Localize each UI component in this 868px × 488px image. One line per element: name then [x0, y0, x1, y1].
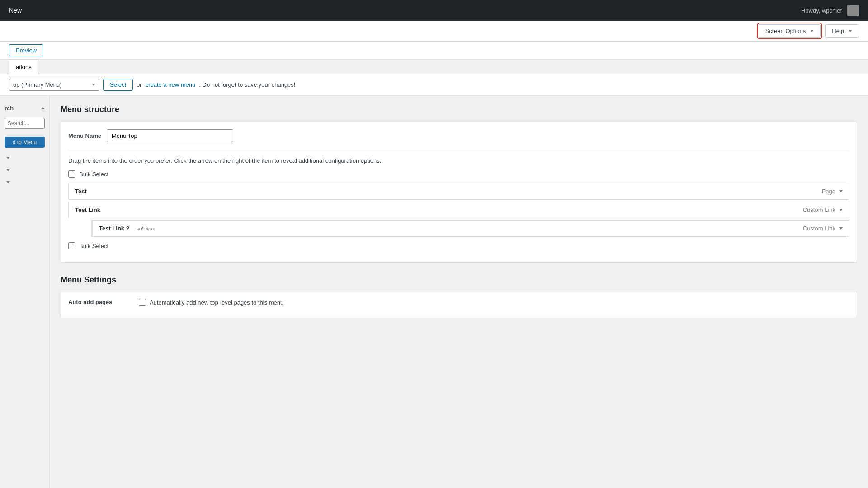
tabs-row: ations [0, 60, 868, 74]
adminbar-right: Howdy, wpchief [801, 5, 859, 16]
sidebar-search-input[interactable] [5, 118, 45, 129]
auto-add-label: Auto add pages [68, 299, 132, 305]
help-chevron-icon [849, 30, 852, 32]
preview-label: Preview [16, 47, 37, 54]
tab-ations-label: ations [16, 64, 32, 70]
avatar [847, 5, 859, 16]
sidebar-section-search-header[interactable]: rch [0, 101, 49, 115]
menu-selector-bar: op (Primary Menu) Select or create a new… [0, 74, 868, 96]
menu-item-testlink2-inner[interactable]: Test Link 2 sub item Custom Link [93, 221, 849, 236]
sidebar: rch d to Menu [0, 96, 50, 488]
drag-instruction: Drag the items into the order you prefer… [68, 157, 849, 164]
screen-options-chevron-icon [810, 30, 814, 32]
sidebar-arrow1-header[interactable] [0, 153, 49, 163]
menu-item-testlink2-sub-container: Test Link 2 sub item Custom Link [91, 220, 849, 237]
menu-name-input[interactable] [107, 129, 233, 142]
add-to-menu-label: d to Menu [13, 139, 37, 145]
menu-item-testlink-chevron-icon [839, 209, 843, 211]
sidebar-section-search: rch [0, 101, 49, 131]
sidebar-section-arrow2 [0, 165, 49, 175]
sidebar-search-arrow-icon [41, 107, 45, 109]
user-greeting: Howdy, wpchief [801, 7, 842, 14]
menu-item-test: Test Page [68, 183, 849, 200]
menu-items-list: Test Page Test Link [68, 183, 849, 237]
site-name: New [9, 7, 22, 14]
preview-button[interactable]: Preview [9, 44, 43, 56]
menu-settings-box: Auto add pages Automatically add new top… [61, 291, 857, 318]
sidebar-section-arrow1 [0, 153, 49, 163]
bulk-select-bottom-checkbox[interactable] [68, 242, 75, 249]
menu-item-testlink: Test Link Custom Link [68, 202, 849, 218]
admin-bar: New Howdy, wpchief [0, 0, 868, 21]
menu-item-testlink-name: Test Link [75, 206, 100, 213]
menu-dropdown-value: op (Primary Menu) [13, 81, 62, 88]
screen-options-button[interactable]: Screen Options [759, 24, 821, 38]
sidebar-arrow2-icon [6, 169, 10, 171]
sidebar-search-label: rch [5, 105, 14, 112]
main-layout: rch d to Menu [0, 96, 868, 488]
menu-item-testlink2-type-label: Custom Link [803, 225, 835, 232]
screen-options-label: Screen Options [765, 28, 806, 34]
menu-settings-section: Menu Settings Auto add pages Automatical… [61, 275, 857, 318]
sub-header: Preview [0, 42, 868, 60]
auto-add-checkbox[interactable] [139, 299, 146, 306]
tab-ations[interactable]: ations [9, 60, 38, 74]
help-label: Help [832, 28, 844, 34]
menu-structure-title: Menu structure [61, 105, 857, 114]
select-button[interactable]: Select [103, 79, 133, 91]
auto-add-description: Automatically add new top-level pages to… [150, 299, 283, 306]
menu-dropdown-chevron-icon [92, 84, 95, 86]
auto-add-pages-row: Auto add pages Automatically add new top… [68, 299, 849, 306]
sidebar-arrow1-icon [6, 157, 10, 159]
menu-name-row: Menu Name [68, 129, 849, 150]
bulk-select-top-checkbox[interactable] [68, 170, 75, 178]
menu-item-test-type-label: Page [822, 188, 835, 195]
auto-add-value: Automatically add new top-level pages to… [139, 299, 283, 306]
select-label: Select [110, 81, 126, 88]
menu-item-test-inner[interactable]: Test Page [69, 183, 849, 199]
menu-item-testlink2-sublabel: sub item [137, 226, 156, 231]
sidebar-arrow2-header[interactable] [0, 165, 49, 175]
menu-item-testlink-left: Test Link [75, 206, 100, 213]
menu-structure-box: Menu Name Drag the items into the order … [61, 122, 857, 263]
menu-item-testlink-inner[interactable]: Test Link Custom Link [69, 202, 849, 218]
menu-item-test-left: Test [75, 188, 87, 195]
sidebar-arrow3-icon [6, 181, 10, 183]
menu-dropdown[interactable]: op (Primary Menu) [9, 79, 99, 91]
or-text: or [137, 81, 142, 88]
menu-settings-title: Menu Settings [61, 275, 857, 285]
menu-item-testlink2-type: Custom Link [803, 225, 843, 232]
sidebar-section-arrow3 [0, 178, 49, 187]
menu-item-testlink2: Test Link 2 sub item Custom Link [91, 220, 849, 237]
menu-item-test-type: Page [822, 188, 843, 195]
main-content: Menu structure Menu Name Drag the items … [50, 96, 868, 488]
menu-item-testlink-type: Custom Link [803, 206, 843, 213]
create-new-menu-link[interactable]: create a new menu [146, 81, 196, 88]
menu-item-test-chevron-icon [839, 190, 843, 192]
save-reminder-text: . Do not forget to save your changes! [199, 81, 295, 88]
sidebar-search-area [0, 115, 49, 131]
menu-item-testlink2-name: Test Link 2 [99, 225, 129, 232]
menu-item-testlink2-left: Test Link 2 sub item [99, 225, 156, 232]
menu-item-testlink-type-label: Custom Link [803, 206, 835, 213]
help-button[interactable]: Help [825, 24, 859, 38]
bulk-select-top-label[interactable]: Bulk Select [79, 171, 108, 178]
menu-item-testlink2-chevron-icon [839, 227, 843, 230]
add-to-menu-button[interactable]: d to Menu [5, 137, 45, 148]
bulk-select-top-row: Bulk Select [68, 170, 849, 178]
page-header: Screen Options Help [0, 21, 868, 42]
create-new-label: create a new menu [146, 81, 196, 88]
bulk-select-bottom-row: Bulk Select [68, 242, 849, 249]
sidebar-section-addtomenu: d to Menu [0, 134, 49, 150]
bulk-select-bottom-label[interactable]: Bulk Select [79, 243, 108, 249]
sidebar-arrow3-header[interactable] [0, 178, 49, 187]
menu-item-test-name: Test [75, 188, 87, 195]
menu-name-label: Menu Name [68, 132, 101, 139]
